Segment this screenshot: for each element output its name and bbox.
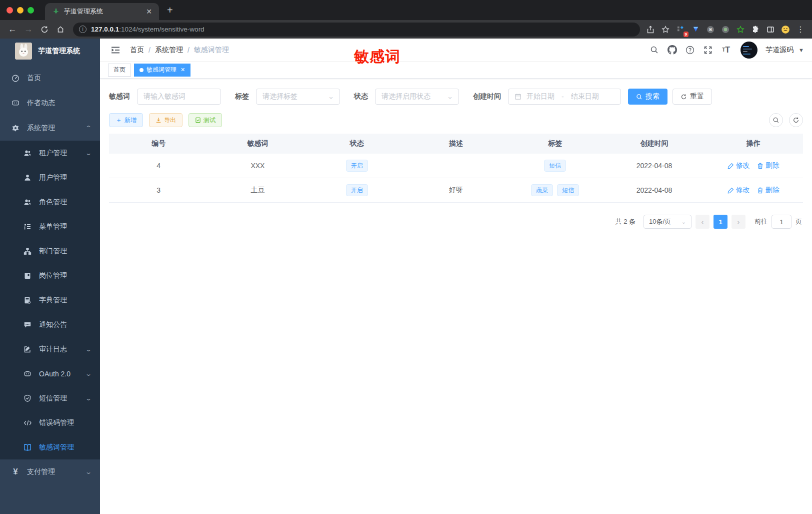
tag-select[interactable]: 请选择标签 ⌄ (256, 89, 340, 105)
sidebar-item-error-code-management[interactable]: 错误码管理 (0, 410, 100, 435)
user-icon (23, 173, 32, 182)
sidebar-item-menu-management[interactable]: 菜单管理 (0, 214, 100, 239)
browser-url-bar: ← → i 127.0.0.1:1024/system/sensitive-wo… (0, 20, 812, 39)
github-icon[interactable] (664, 43, 680, 58)
table-body: 4 XXX 开启 短信 2022-04-08 修改 删除 3 土豆 开启 好呀 … (109, 154, 803, 203)
sidebar-item-notice-announcement[interactable]: 通知公告 (0, 312, 100, 337)
sidebar-item-label: 敏感词管理 (39, 443, 91, 452)
breadcrumb-item[interactable]: 首页 (130, 46, 144, 55)
font-size-icon[interactable]: TT (718, 43, 734, 58)
reload-icon[interactable] (37, 22, 52, 37)
macos-window-controls[interactable] (6, 7, 34, 14)
sidebar-item-dict-management[interactable]: 字典管理 (0, 288, 100, 312)
help-icon[interactable] (682, 43, 698, 58)
keyword-input[interactable]: 请输入敏感词 (137, 89, 221, 105)
extension-grid-icon[interactable]: 9 (674, 23, 687, 36)
sidebar-item-oauth2[interactable]: OAuth 2.0 ⌄ (0, 361, 100, 386)
user-name[interactable]: 芋道源码 (766, 46, 794, 55)
search-icon[interactable] (646, 43, 662, 58)
sidebar-item-sensitive-word-management[interactable]: 敏感词管理 (0, 435, 100, 459)
extension-gem-icon[interactable] (689, 23, 702, 36)
search-button[interactable]: 搜索 (628, 89, 668, 105)
close-window-button[interactable] (6, 7, 13, 14)
filter-form: 敏感词 请输入敏感词 标签 请选择标签 ⌄ 状态 请选择启用状态 ⌄ 创建时间 (109, 89, 803, 105)
edit-button[interactable]: 修改 (728, 161, 750, 170)
shield-icon (23, 394, 32, 403)
sidebar-item-label: 字典管理 (39, 296, 91, 305)
delete-button[interactable]: 删除 (757, 186, 780, 195)
sidebar-item-audit-log[interactable]: 审计日志 ⌄ (0, 337, 100, 361)
date-range-picker[interactable]: 开始日期 - 结束日期 (508, 89, 621, 105)
edit-button[interactable]: 修改 (728, 186, 750, 195)
sidebar-item-label: 审计日志 (39, 345, 86, 354)
new-tab-button[interactable]: + (167, 5, 173, 15)
show-search-toggle-button[interactable] (769, 113, 783, 127)
refresh-table-button[interactable] (789, 113, 803, 127)
sidebar-item-author-updates[interactable]: 作者动态 (0, 91, 100, 116)
sidebar-item-label: 首页 (27, 74, 91, 83)
sidebar-item-tenant-management[interactable]: 租户管理 ⌄ (0, 141, 100, 165)
extension-star-icon[interactable] (734, 23, 747, 36)
cell-tags: 蔬菜短信 (506, 178, 604, 202)
sidebar-panel-icon[interactable] (764, 23, 777, 36)
share-icon[interactable] (644, 23, 657, 36)
cell-status: 开启 (308, 154, 406, 178)
delete-button[interactable]: 删除 (757, 161, 780, 170)
export-button[interactable]: 导出 (149, 113, 182, 127)
tab-close-icon[interactable]: ✕ (144, 8, 154, 16)
user-avatar[interactable] (740, 42, 758, 59)
sidebar-item-label: 岗位管理 (39, 271, 91, 280)
sidebar-item-home[interactable]: 首页 (0, 66, 100, 91)
minimize-window-button[interactable] (17, 7, 24, 14)
page-number-button[interactable]: 1 (714, 215, 728, 229)
column-header: 状态 (308, 134, 406, 154)
bookmark-star-icon[interactable] (659, 23, 672, 36)
tag-view-item[interactable]: 首页 (108, 64, 131, 77)
tag-badge: 短信 (544, 160, 566, 172)
chat-icon (11, 99, 20, 108)
sidebar-item-user-management[interactable]: 用户管理 (0, 165, 100, 190)
maximize-window-button[interactable] (28, 7, 34, 14)
logo-rabbit-image (15, 43, 32, 60)
chevron-icon: ⌄ (85, 395, 92, 402)
forward-icon[interactable]: → (21, 22, 36, 37)
app-logo[interactable]: 芋道管理系统 (0, 39, 100, 64)
add-button[interactable]: ＋ 新增 (109, 113, 143, 127)
sidebar-item-system-management[interactable]: 系统管理 ⌃ (0, 116, 100, 141)
sidebar-item-role-management[interactable]: 角色管理 (0, 190, 100, 214)
extension-record-icon[interactable] (719, 23, 732, 36)
column-header: 操作 (704, 134, 803, 154)
extension-command-icon[interactable]: ⌘ (704, 23, 717, 36)
fullscreen-icon[interactable] (700, 43, 716, 58)
reset-button[interactable]: 重置 (672, 89, 712, 105)
next-page-button[interactable]: › (732, 215, 746, 229)
sidebar-item-payment-management[interactable]: ¥ 支付管理 ⌄ (0, 459, 100, 484)
home-icon[interactable] (53, 22, 68, 37)
profile-emoji-icon[interactable] (779, 23, 792, 36)
breadcrumb-item[interactable]: 系统管理 (155, 46, 183, 55)
site-info-icon[interactable]: i (79, 26, 86, 33)
calendar-icon (514, 93, 522, 100)
cell-operations: 修改 删除 (704, 178, 803, 202)
status-select[interactable]: 请选择启用状态 ⌄ (375, 89, 459, 105)
sidebar-item-sms-management[interactable]: 短信管理 ⌄ (0, 386, 100, 410)
tag-close-icon[interactable]: ✕ (180, 67, 185, 73)
goto-page-input[interactable] (772, 215, 792, 229)
address-bar[interactable]: i 127.0.0.1:1024/system/sensitive-word (73, 23, 640, 37)
prev-page-button[interactable]: ‹ (696, 215, 710, 229)
page-size-select[interactable]: 10条/页 ⌄ (644, 215, 692, 229)
extension-puzzle-icon[interactable] (749, 23, 762, 36)
browser-tab[interactable]: 芋道管理系统 ✕ (45, 3, 159, 20)
sidebar-item-position-management[interactable]: 岗位管理 (0, 263, 100, 288)
back-icon[interactable]: ← (5, 22, 20, 37)
yen-icon: ¥ (11, 467, 20, 476)
browser-menu-icon[interactable]: ⋮ (794, 23, 807, 36)
tag-view-item[interactable]: 敏感词管理✕ (134, 64, 190, 77)
sidebar-item-department-management[interactable]: 部门管理 (0, 239, 100, 263)
chevron-down-icon: ⌄ (328, 94, 334, 100)
document-check-icon (195, 117, 201, 123)
message-icon (23, 320, 32, 329)
menu-fold-icon[interactable] (108, 43, 123, 58)
test-button[interactable]: 测试 (188, 113, 222, 127)
user-menu-caret-icon[interactable]: ▼ (798, 47, 804, 53)
